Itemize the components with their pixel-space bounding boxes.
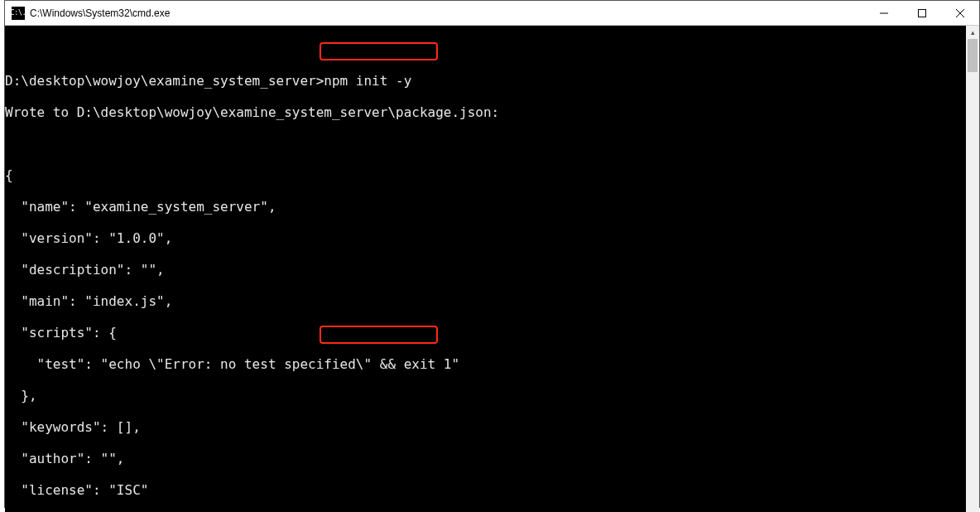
cmd-icon-text: C:\. — [10, 9, 26, 17]
json-line: "name": "examine_system_server", — [5, 199, 966, 215]
json-line: "main": "index.js", — [5, 293, 966, 309]
prompt: D:\desktop\wowjoy\examine_system_server> — [5, 73, 324, 89]
command-npm-init: npm init -y — [324, 73, 411, 89]
json-line: "author": "", — [5, 451, 966, 466]
json-line: }, — [5, 388, 966, 403]
json-line: { — [5, 167, 966, 183]
close-button[interactable] — [941, 1, 979, 26]
scroll-up-icon[interactable]: ▴ — [966, 26, 979, 39]
json-line: "description": "", — [5, 262, 966, 278]
minimize-button[interactable] — [865, 1, 903, 26]
svg-rect-1 — [919, 9, 926, 17]
cmd-icon: C:\. — [12, 7, 25, 20]
output-line: Wrote to D:\desktop\wowjoy\examine_syste… — [5, 104, 966, 120]
scroll-thumb[interactable] — [968, 39, 978, 72]
terminal-area: D:\desktop\wowjoy\examine_system_server>… — [5, 26, 979, 512]
titlebar: C:\. C:\Windows\System32\cmd.exe — [5, 1, 979, 26]
json-line: "license": "ISC" — [5, 482, 966, 498]
json-line: "test": "echo \"Error: no test specified… — [5, 356, 966, 372]
json-line: "keywords": [], — [5, 419, 966, 435]
json-line: "scripts": { — [5, 325, 966, 341]
cmd-window: C:\. C:\Windows\System32\cmd.exe D:\desk… — [4, 0, 980, 508]
vertical-scrollbar[interactable]: ▴ ▾ — [966, 26, 979, 512]
window-title: C:\Windows\System32\cmd.exe — [30, 7, 865, 19]
json-line: "version": "1.0.0", — [5, 230, 966, 246]
window-controls — [865, 1, 979, 26]
maximize-button[interactable] — [903, 1, 941, 26]
terminal[interactable]: D:\desktop\wowjoy\examine_system_server>… — [5, 26, 966, 512]
